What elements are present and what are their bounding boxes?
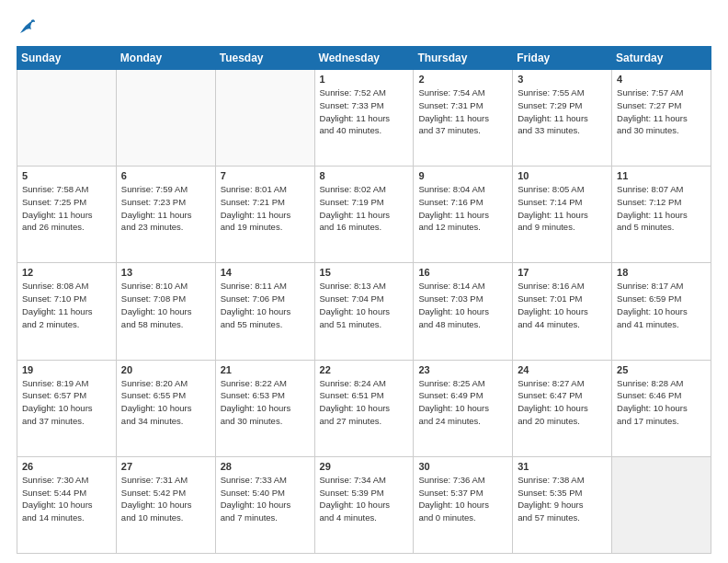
calendar-cell: 23Sunrise: 8:25 AM Sunset: 6:49 PM Dayli…: [414, 360, 513, 456]
calendar-cell: 31Sunrise: 7:38 AM Sunset: 5:35 PM Dayli…: [513, 456, 612, 553]
day-number: 21: [221, 364, 310, 375]
calendar-cell: [215, 70, 314, 167]
calendar-cell: 18Sunrise: 8:17 AM Sunset: 6:59 PM Dayli…: [612, 263, 711, 360]
day-number: 22: [320, 364, 409, 375]
calendar-cell: 26Sunrise: 7:30 AM Sunset: 5:44 PM Dayli…: [17, 456, 117, 553]
calendar-cell: 3Sunrise: 7:55 AM Sunset: 7:29 PM Daylig…: [513, 70, 612, 167]
day-number: 10: [518, 170, 607, 181]
day-number: 17: [518, 267, 607, 278]
day-info: Sunrise: 7:54 AM Sunset: 7:31 PM Dayligh…: [418, 86, 507, 137]
day-number: 26: [22, 461, 111, 472]
calendar-cell: 8Sunrise: 8:02 AM Sunset: 7:19 PM Daylig…: [314, 167, 414, 263]
weekday-header-friday: Friday: [513, 47, 612, 70]
calendar-cell: 20Sunrise: 8:20 AM Sunset: 6:55 PM Dayli…: [116, 360, 215, 456]
day-number: 12: [22, 267, 111, 278]
calendar-cell: 4Sunrise: 7:57 AM Sunset: 7:27 PM Daylig…: [612, 70, 711, 167]
day-info: Sunrise: 7:55 AM Sunset: 7:29 PM Dayligh…: [518, 86, 607, 137]
day-info: Sunrise: 7:59 AM Sunset: 7:23 PM Dayligh…: [121, 183, 210, 234]
weekday-header-sunday: Sunday: [17, 47, 117, 70]
day-number: 24: [518, 364, 607, 375]
calendar-week-5: 26Sunrise: 7:30 AM Sunset: 5:44 PM Dayli…: [17, 456, 711, 553]
day-number: 15: [320, 267, 409, 278]
day-info: Sunrise: 7:36 AM Sunset: 5:37 PM Dayligh…: [418, 474, 507, 524]
weekday-header-thursday: Thursday: [414, 47, 513, 70]
calendar-cell: 9Sunrise: 8:04 AM Sunset: 7:16 PM Daylig…: [414, 167, 513, 263]
day-number: 9: [418, 170, 507, 181]
weekday-header-monday: Monday: [116, 47, 215, 70]
day-number: 11: [617, 170, 706, 181]
calendar-week-4: 19Sunrise: 8:19 AM Sunset: 6:57 PM Dayli…: [17, 360, 711, 456]
day-number: 18: [617, 267, 706, 278]
day-info: Sunrise: 8:16 AM Sunset: 7:01 PM Dayligh…: [518, 280, 607, 330]
calendar-cell: 15Sunrise: 8:13 AM Sunset: 7:04 PM Dayli…: [314, 263, 414, 360]
day-info: Sunrise: 7:38 AM Sunset: 5:35 PM Dayligh…: [518, 474, 607, 524]
calendar-cell: 16Sunrise: 8:14 AM Sunset: 7:03 PM Dayli…: [414, 263, 513, 360]
day-info: Sunrise: 8:28 AM Sunset: 6:46 PM Dayligh…: [617, 377, 706, 428]
calendar-cell: 10Sunrise: 8:05 AM Sunset: 7:14 PM Dayli…: [513, 167, 612, 263]
day-number: 27: [121, 461, 210, 472]
day-info: Sunrise: 7:57 AM Sunset: 7:27 PM Dayligh…: [617, 86, 706, 137]
calendar-cell: 25Sunrise: 8:28 AM Sunset: 6:46 PM Dayli…: [612, 360, 711, 456]
day-number: 29: [320, 461, 409, 472]
logo: [17, 17, 35, 37]
logo-bird-icon: [18, 17, 35, 37]
day-number: 1: [320, 74, 409, 85]
day-number: 14: [221, 267, 310, 278]
calendar-header-row: SundayMondayTuesdayWednesdayThursdayFrid…: [17, 47, 711, 70]
calendar-cell: [612, 456, 711, 553]
day-info: Sunrise: 7:58 AM Sunset: 7:25 PM Dayligh…: [22, 183, 111, 234]
day-info: Sunrise: 8:07 AM Sunset: 7:12 PM Dayligh…: [617, 183, 706, 234]
weekday-header-tuesday: Tuesday: [215, 47, 314, 70]
calendar-cell: 11Sunrise: 8:07 AM Sunset: 7:12 PM Dayli…: [612, 167, 711, 263]
day-info: Sunrise: 8:02 AM Sunset: 7:19 PM Dayligh…: [320, 183, 409, 234]
day-info: Sunrise: 7:52 AM Sunset: 7:33 PM Dayligh…: [320, 86, 409, 137]
calendar-cell: 7Sunrise: 8:01 AM Sunset: 7:21 PM Daylig…: [215, 167, 314, 263]
day-info: Sunrise: 7:34 AM Sunset: 5:39 PM Dayligh…: [320, 474, 409, 524]
day-number: 5: [22, 170, 111, 181]
day-info: Sunrise: 8:25 AM Sunset: 6:49 PM Dayligh…: [418, 377, 507, 428]
calendar-week-1: 1Sunrise: 7:52 AM Sunset: 7:33 PM Daylig…: [17, 70, 711, 167]
day-number: 20: [121, 364, 210, 375]
day-number: 23: [418, 364, 507, 375]
day-info: Sunrise: 8:08 AM Sunset: 7:10 PM Dayligh…: [22, 280, 111, 330]
day-info: Sunrise: 8:24 AM Sunset: 6:51 PM Dayligh…: [320, 377, 409, 428]
day-info: Sunrise: 7:33 AM Sunset: 5:40 PM Dayligh…: [221, 474, 310, 524]
calendar-cell: [17, 70, 117, 167]
calendar-cell: 2Sunrise: 7:54 AM Sunset: 7:31 PM Daylig…: [414, 70, 513, 167]
day-info: Sunrise: 7:30 AM Sunset: 5:44 PM Dayligh…: [22, 474, 111, 524]
day-info: Sunrise: 8:17 AM Sunset: 6:59 PM Dayligh…: [617, 280, 706, 330]
day-number: 2: [418, 74, 507, 85]
day-number: 25: [617, 364, 706, 375]
calendar-cell: 14Sunrise: 8:11 AM Sunset: 7:06 PM Dayli…: [215, 263, 314, 360]
calendar-cell: 19Sunrise: 8:19 AM Sunset: 6:57 PM Dayli…: [17, 360, 117, 456]
calendar-cell: 27Sunrise: 7:31 AM Sunset: 5:42 PM Dayli…: [116, 456, 215, 553]
calendar-cell: 5Sunrise: 7:58 AM Sunset: 7:25 PM Daylig…: [17, 167, 117, 263]
calendar-cell: 1Sunrise: 7:52 AM Sunset: 7:33 PM Daylig…: [314, 70, 414, 167]
day-number: 30: [418, 461, 507, 472]
calendar-week-2: 5Sunrise: 7:58 AM Sunset: 7:25 PM Daylig…: [17, 167, 711, 263]
day-info: Sunrise: 8:19 AM Sunset: 6:57 PM Dayligh…: [22, 377, 111, 428]
day-number: 19: [22, 364, 111, 375]
calendar-cell: [116, 70, 215, 167]
day-number: 6: [121, 170, 210, 181]
calendar-cell: 17Sunrise: 8:16 AM Sunset: 7:01 PM Dayli…: [513, 263, 612, 360]
day-number: 3: [518, 74, 607, 85]
day-info: Sunrise: 7:31 AM Sunset: 5:42 PM Dayligh…: [121, 474, 210, 524]
day-info: Sunrise: 8:04 AM Sunset: 7:16 PM Dayligh…: [418, 183, 507, 234]
day-number: 31: [518, 461, 607, 472]
day-info: Sunrise: 8:10 AM Sunset: 7:08 PM Dayligh…: [121, 280, 210, 330]
day-info: Sunrise: 8:05 AM Sunset: 7:14 PM Dayligh…: [518, 183, 607, 234]
calendar-week-3: 12Sunrise: 8:08 AM Sunset: 7:10 PM Dayli…: [17, 263, 711, 360]
day-info: Sunrise: 8:14 AM Sunset: 7:03 PM Dayligh…: [418, 280, 507, 330]
calendar-cell: 6Sunrise: 7:59 AM Sunset: 7:23 PM Daylig…: [116, 167, 215, 263]
weekday-header-wednesday: Wednesday: [314, 47, 414, 70]
calendar-cell: 13Sunrise: 8:10 AM Sunset: 7:08 PM Dayli…: [116, 263, 215, 360]
calendar-cell: 22Sunrise: 8:24 AM Sunset: 6:51 PM Dayli…: [314, 360, 414, 456]
day-number: 7: [221, 170, 310, 181]
page: SundayMondayTuesdayWednesdayThursdayFrid…: [0, 0, 728, 563]
day-info: Sunrise: 8:13 AM Sunset: 7:04 PM Dayligh…: [320, 280, 409, 330]
day-number: 4: [617, 74, 706, 85]
calendar-cell: 28Sunrise: 7:33 AM Sunset: 5:40 PM Dayli…: [215, 456, 314, 553]
day-info: Sunrise: 8:01 AM Sunset: 7:21 PM Dayligh…: [221, 183, 310, 234]
header: [17, 17, 711, 37]
